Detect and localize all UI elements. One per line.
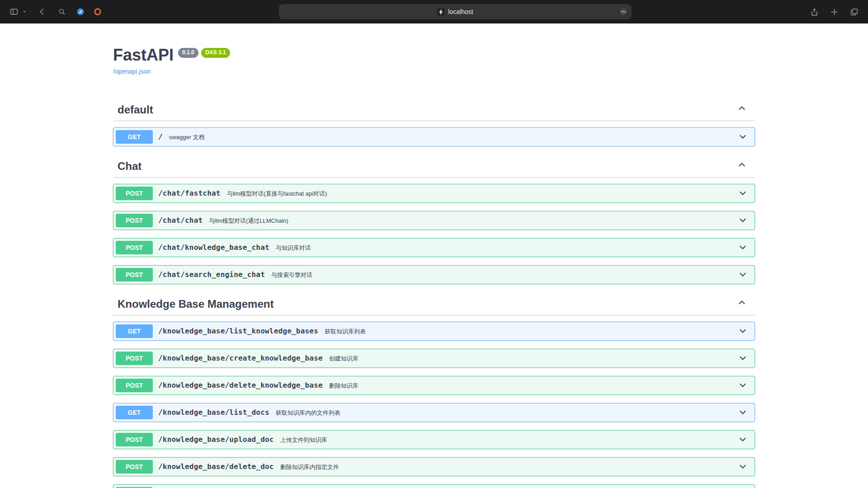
section-title: Knowledge Base Management <box>118 298 274 310</box>
method-badge: POST <box>116 241 153 254</box>
api-section: default GET / swagger 文档 <box>113 99 755 146</box>
operation-path: /knowledge_base/delete_doc <box>158 462 274 471</box>
operation-row[interactable]: POST /knowledge_base/delete_knowledge_ba… <box>113 376 755 395</box>
site-favicon-icon <box>437 8 445 16</box>
operation-row[interactable]: POST /knowledge_base/delete_doc 删除知识库内指定… <box>113 457 755 476</box>
share-icon <box>810 8 819 16</box>
operation-expand-button[interactable] <box>738 353 748 363</box>
version-badge: 0.1.0 <box>178 48 198 58</box>
back-button[interactable] <box>36 6 48 18</box>
method-badge: GET <box>116 406 153 419</box>
operation-description: 创建知识库 <box>329 355 359 363</box>
operation-expand-button[interactable] <box>738 270 748 280</box>
operation-expand-button[interactable] <box>738 188 748 198</box>
chevron-down-icon <box>738 131 747 142</box>
operation-expand-button[interactable] <box>738 243 748 253</box>
pinned-tab-blue-icon <box>76 7 85 16</box>
chevron-up-icon <box>737 104 746 115</box>
new-tab-icon <box>830 8 839 16</box>
operation-description: swagger 文档 <box>169 133 205 141</box>
operation-list: GET / swagger 文档 <box>113 127 755 146</box>
operation-expand-button[interactable] <box>738 216 748 225</box>
section-collapse-button[interactable] <box>737 299 747 309</box>
method-badge: GET <box>116 130 153 144</box>
operation-row[interactable]: POST /chat/chat 与llm模型对话(通过LLMChain) <box>113 211 755 230</box>
operation-expand-button[interactable] <box>738 380 748 390</box>
section-collapse-button[interactable] <box>737 161 747 171</box>
url-text: localhost <box>448 8 473 15</box>
page-menu-icon <box>619 11 628 18</box>
chevron-down-icon <box>738 407 747 418</box>
api-sections: default GET / swagger 文档 Chat <box>113 99 755 488</box>
operation-expand-button[interactable] <box>738 435 748 445</box>
share-button[interactable] <box>808 6 820 18</box>
oas-badge: OAS 3.1 <box>201 48 230 58</box>
chevron-down-icon <box>738 326 747 336</box>
operation-list: GET /knowledge_base/list_knowledge_bases… <box>113 322 755 488</box>
page-menu-button[interactable] <box>619 7 628 16</box>
sidebar-icon <box>9 7 19 16</box>
operation-description: 与搜索引擎对话 <box>271 271 312 279</box>
search-button[interactable] <box>56 6 68 18</box>
operation-row[interactable]: GET / swagger 文档 <box>113 127 755 146</box>
pinned-tab-orange[interactable] <box>93 7 102 16</box>
operation-row[interactable]: POST /knowledge_base/update_doc 更新现有文件到知… <box>113 484 755 488</box>
method-badge: POST <box>116 379 153 392</box>
back-icon <box>38 8 46 16</box>
operation-path: /knowledge_base/upload_doc <box>158 435 274 444</box>
operation-description: 获取知识库列表 <box>325 328 366 336</box>
method-badge: POST <box>116 352 153 365</box>
address-bar[interactable]: localhost <box>279 4 632 19</box>
page-content: FastAPI 0.1.0 OAS 3.1 /openapi.json defa… <box>0 23 868 488</box>
section-header[interactable]: default <box>113 99 755 121</box>
operation-row[interactable]: GET /knowledge_base/list_knowledge_bases… <box>113 322 755 341</box>
operation-row[interactable]: POST /knowledge_base/upload_doc 上传文件到知识库 <box>113 430 755 449</box>
openapi-spec-link[interactable]: /openapi.json <box>113 68 151 75</box>
pinned-tab-orange-icon <box>93 7 102 16</box>
operation-description: 与llm模型对话(通过LLMChain) <box>209 217 288 225</box>
operation-path: /knowledge_base/create_knowledge_base <box>158 354 323 362</box>
section-collapse-button[interactable] <box>737 105 747 115</box>
operation-path: /knowledge_base/list_knowledge_bases <box>158 327 318 335</box>
method-badge: POST <box>116 214 153 227</box>
tab-overview-button[interactable] <box>848 6 860 18</box>
method-badge: POST <box>116 460 153 474</box>
method-badge: POST <box>116 187 153 200</box>
operation-expand-button[interactable] <box>738 326 748 336</box>
operation-row[interactable]: POST /chat/search_engine_chat 与搜索引擎对话 <box>113 265 755 284</box>
new-tab-button[interactable] <box>828 6 840 18</box>
operation-row[interactable]: POST /knowledge_base/create_knowledge_ba… <box>113 349 755 368</box>
operation-expand-button[interactable] <box>738 462 748 472</box>
operation-expand-button[interactable] <box>738 132 748 142</box>
operation-description: 获取知识库内的文件列表 <box>276 409 340 417</box>
operation-path: /knowledge_base/list_docs <box>158 408 269 417</box>
api-section: Knowledge Base Management GET /knowledge… <box>113 293 755 488</box>
chevron-down-icon <box>738 380 747 390</box>
chevron-down-icon <box>738 242 747 253</box>
operation-path: /chat/search_engine_chat <box>158 270 265 279</box>
pinned-tab-blue[interactable] <box>76 7 85 16</box>
api-info: FastAPI 0.1.0 OAS 3.1 /openapi.json <box>113 23 755 75</box>
operation-row[interactable]: GET /knowledge_base/list_docs 获取知识库内的文件列… <box>113 403 755 422</box>
chevron-down-icon <box>738 269 747 280</box>
sidebar-toggle-button[interactable] <box>8 6 20 18</box>
section-header[interactable]: Chat <box>113 155 755 178</box>
operation-row[interactable]: POST /chat/knowledge_base_chat 与知识库对话 <box>113 238 755 257</box>
operation-description: 与知识库对话 <box>276 244 311 252</box>
operation-row[interactable]: POST /chat/fastchat 与llm模型对话(直接与fastchat… <box>113 184 755 203</box>
sidebar-menu-button[interactable] <box>21 6 28 18</box>
chevron-up-icon <box>737 299 746 309</box>
chevron-down-icon <box>738 188 747 198</box>
operation-path: / <box>158 132 163 141</box>
chevron-down-icon <box>738 215 747 225</box>
tab-overview-icon <box>850 8 859 16</box>
section-header[interactable]: Knowledge Base Management <box>113 293 755 315</box>
operation-path: /chat/chat <box>158 216 203 225</box>
api-title-text: FastAPI <box>113 46 174 64</box>
operation-expand-button[interactable] <box>738 408 748 418</box>
method-badge: POST <box>116 433 153 446</box>
search-icon <box>58 8 66 16</box>
browser-toolbar: localhost <box>0 0 868 23</box>
method-badge: POST <box>116 268 153 282</box>
chevron-down-icon <box>738 461 747 472</box>
